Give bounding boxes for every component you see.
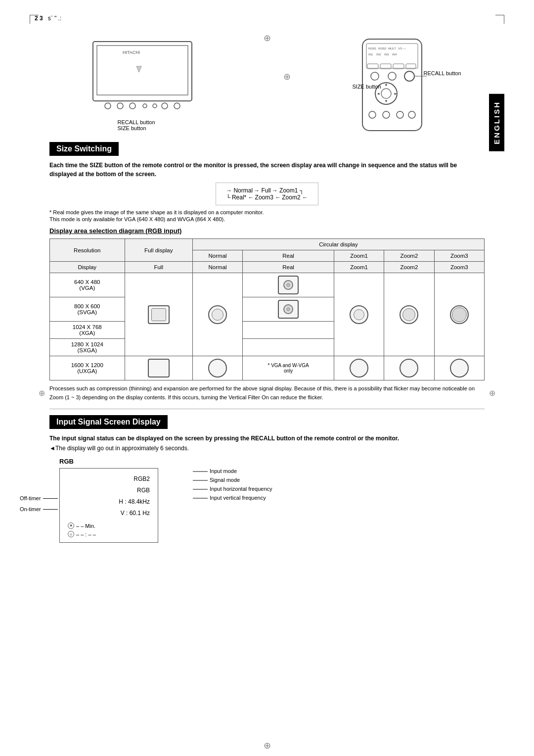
svg-text:VS —: VS — [398,47,406,50]
annotations-container: Input mode Signal mode Input horizontal … [193,458,292,527]
size-switching-intro: Each time the SIZE button of the remote … [49,161,485,179]
corner-mark-tl [30,15,39,24]
recall-button-label-monitor: RECALL button [118,119,226,125]
on-timer-line [43,509,58,510]
svg-text:IN1: IN1 [368,53,373,56]
svg-point-9 [174,103,180,109]
svg-text:▼: ▼ [384,99,388,103]
full-col-uxga [125,356,192,380]
bottom-crosshair: ⊕ [264,740,271,751]
input-signal-intro: The input signal status can be displayed… [49,434,485,443]
zoom3-col-uxga [434,356,484,380]
normal-col-vga [192,273,242,356]
svg-text:Input horizontal frequency: Input horizontal frequency [210,486,272,492]
top-crosshair: ⊕ [264,33,271,44]
rgb-label: RGB [59,458,74,465]
real-col-xga [243,322,334,339]
svg-text:◄: ◄ [376,92,380,96]
monitor-svg: HITACHI [78,37,217,116]
svg-text:Input vertical frequency: Input vertical frequency [210,495,266,501]
col-zoom2-label: Zoom2 [384,262,434,273]
screen-diagram-left: RGB Off-timer On-timer [59,458,158,543]
off-timer-display: ☀ – – Min. [68,522,150,529]
col-display: Normal [192,250,242,262]
zoom1-col-vga [334,273,384,356]
screen-line-3: H : 48.4kHz [68,496,150,508]
off-timer-label: Off-timer [20,493,41,504]
real-col-sxga [243,339,334,356]
col-real-label: Real [243,262,334,273]
sequence-row-2: └ Real* ← Zoom3 ← Zoom2 ← [226,194,308,201]
off-timer-row: Off-timer [20,493,58,504]
svg-point-6 [143,104,147,108]
svg-text:IN3: IN3 [384,53,389,56]
on-timer-row: On-timer [20,504,58,515]
on-timer-label: On-timer [20,504,41,515]
section-divider [49,409,485,409]
on-timer-icon: ☼ [68,531,74,537]
res-xga: 1024 X 768(XGA) [50,322,125,339]
svg-text:RGB1: RGB1 [368,47,377,50]
svg-text:IN4: IN4 [392,53,397,56]
sequence-row-1: → Normal → Full → Zoom1 ┐ [226,187,308,194]
zoom1-col-uxga [334,356,384,380]
svg-text:▲: ▲ [384,82,388,87]
footnote-1: * Real mode gives the image of the same … [49,209,485,215]
table-header-row-1: Resolution Full display Circular display [50,239,485,250]
res-uxga: 1600 X 1200(UXGA) [50,356,125,380]
svg-text:HITACHI: HITACHI [123,50,140,55]
sequence-diagram: → Normal → Full → Zoom1 ┐ └ Real* ← Zoom… [49,183,485,205]
svg-point-4 [117,103,123,109]
right-side-crosshair: ⊕ [489,388,495,398]
main-content: Size Switching Each time the SIZE button… [30,142,504,543]
normal-col-uxga [192,356,242,380]
table-display-row: Display Full Normal Real Zoom1 Zoom2 Zoo… [50,262,485,273]
right-crosshair: ⊕ [283,71,291,82]
table-row-uxga: 1600 X 1200(UXGA) * VGA and W-VGAonly [50,356,485,380]
col-full-label: Full [125,262,192,273]
size-button-label-remote: SIZE button [353,84,381,90]
annotation-lines-svg: Input mode Signal mode Input horizontal … [193,468,292,527]
svg-point-3 [105,103,111,109]
language-tab: ENGLISH [489,94,504,151]
col-zoom3-label: Zoom3 [434,262,484,273]
monitor-labels: RECALL button SIZE button [78,119,226,131]
svg-point-25 [371,72,379,80]
col-full: Real [243,250,334,262]
svg-text:MULT: MULT [388,47,396,50]
screen-content: RGB2 RGB H : 48.4kHz V : 60.1 Hz [68,473,150,519]
col-zoom3: Zoom3 [434,250,484,262]
res-vga: 640 X 480(VGA) [50,273,125,297]
screen-line-1: RGB2 [68,473,150,485]
svg-point-27 [404,71,414,81]
svg-point-29 [381,89,391,98]
screen-timers: ☀ – – Min. ☼ – – : – – [68,522,150,537]
input-signal-note: ◄The display will go out in approximatel… [49,445,485,452]
sequence-box: → Normal → Full → Zoom1 ┐ └ Real* ← Zoom… [216,183,318,205]
svg-point-5 [130,103,135,109]
screen-display-diagram: RGB Off-timer On-timer [59,458,485,543]
display-area-sub-heading: Display area selection diagram (RGB inpu… [49,227,485,235]
real-col-svga [243,297,334,322]
table-row-vga: 640 X 480(VGA) [50,273,485,297]
svg-point-26 [388,72,396,80]
svg-text:RGB2: RGB2 [378,47,387,50]
svg-text:►: ► [394,92,398,96]
off-timer-icon: ☀ [68,522,74,529]
table-note: Processes such as compression (thinning)… [49,384,485,402]
svg-point-8 [162,103,168,109]
real-col-vga [243,273,334,297]
screen-line-2: RGB [68,485,150,496]
header-chars: s¨ " .: [48,15,62,22]
monitor-diagram: HITACHI RECALL button SIZE button [78,37,226,131]
off-timer-value: – – Min. [76,523,95,529]
col-display-label: Display [50,262,125,273]
svg-text:IN2: IN2 [376,53,381,56]
screen-box: RGB2 RGB H : 48.4kHz V : 60.1 Hz ☀ – – M… [59,468,158,543]
screen-box-container: Off-timer On-timer RGB2 RGB H : 48.4kH [59,468,158,543]
size-button-label-monitor: SIZE button [118,125,226,131]
svg-marker-10 [136,66,141,72]
col-resolution: Resolution [50,239,125,262]
res-sxga: 1280 X 1024(SXGA) [50,339,125,356]
col-circular-display: Circular display [192,239,484,250]
